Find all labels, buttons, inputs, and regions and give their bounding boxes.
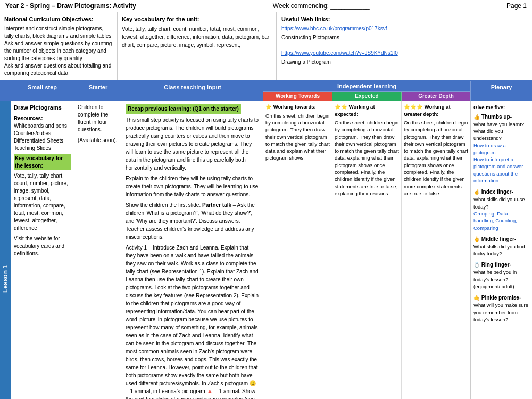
plenary-middle-q: What skills did you find tricky today? [473, 243, 529, 257]
vocab-title: Key vocabulary for the unit: [122, 15, 272, 23]
objectives-cell: National Curriculum Objectives: Interpre… [0, 12, 117, 80]
plenary-pinkie: 🤙 Pinkie promise- What will you make sur… [473, 294, 529, 323]
ch-small-step: Small step [11, 81, 74, 101]
independent-cols: ⭐ Working towards: On this sheet, childr… [263, 101, 470, 399]
exp-star: ⭐⭐ [335, 104, 347, 110]
expected-col: ⭐⭐ Working at expected: On this sheet, c… [332, 101, 402, 399]
key-vocab-text: Vote, tally, tally chart, count, number,… [14, 172, 71, 232]
greater-depth-col: ⭐⭐⭐ Working at Greater depth: On this sh… [402, 101, 470, 399]
header-week: Week commencing: ___________ [273, 2, 370, 10]
ch-expected: Expected [332, 92, 402, 101]
info-row: National Curriculum Objectives: Interpre… [0, 12, 532, 81]
resources-section: Resources: Whiteboards and pensCounters/… [14, 115, 71, 152]
header-page: Page 1 [506, 2, 527, 10]
lesson-number: Lesson 1 [2, 265, 9, 293]
web-link-1[interactable]: https://www.bbc.co.uk/programmes/p017ksv… [281, 25, 528, 32]
vocab-cell: Key vocabulary for the unit: Vote, tally… [117, 12, 277, 80]
plenary-thumbs-q: What have you learnt? What did you under… [473, 121, 529, 142]
working-towards-col: ⭐ Working towards: On this sheet, childr… [263, 101, 332, 399]
ch-starter: Starter [74, 81, 122, 101]
class-para1: This small step activity is focused on u… [126, 116, 260, 172]
plenary-middle-title: 🖕 Middle finger- [473, 236, 529, 243]
independent-cols-wrapper: ⭐ Working towards: On this sheet, childr… [263, 101, 471, 399]
class-para3: Show the children the first slide. Partn… [126, 201, 260, 241]
plenary-ring-q: What helped you in today's lesson? [473, 269, 529, 283]
resources-label: Resources: [14, 115, 43, 121]
wt-star: ⭐ [265, 104, 272, 110]
small-step-col: Draw Pictograms Resources: Whiteboards a… [11, 101, 74, 399]
wt-text: On this sheet, children begin by complet… [265, 112, 330, 162]
plenary-ring: 💍 Ring finger- What helped you in today'… [473, 261, 529, 290]
exp-text: On this sheet, children begin by complet… [335, 119, 399, 197]
ch-greater-depth: Greater Depth [402, 92, 470, 101]
plenary-index-q: What skills did you use today? [473, 196, 529, 210]
plenary-thumbs-links: How to draw a pictogram.How to interpret… [473, 142, 529, 185]
wt-title: Working towards: [273, 104, 316, 110]
weblinks-title: Useful Web links: [281, 15, 528, 23]
plenary-pinkie-q: What will you make sure you remember fro… [473, 302, 529, 323]
starter-col: Children to complete the fluent in four … [74, 101, 122, 399]
ch-plenary: Plenary [471, 81, 532, 101]
ch-class-teaching: Class teaching input [122, 81, 263, 101]
class-para4: Activity 1 – Introduce Zach and Leanna. … [126, 244, 260, 399]
plenary-intro: Give me five: [473, 104, 529, 111]
resources-text: Whiteboards and pensCounters/cubesDiffer… [14, 123, 67, 151]
weblinks-cell: Useful Web links: https://www.bbc.co.uk/… [277, 12, 532, 80]
web-link-2[interactable]: https://www.youtube.com/watch?v=JS9KYdNs… [281, 49, 528, 57]
objectives-title: National Curriculum Objectives: [4, 15, 112, 23]
main-content: Lesson 1 Draw Pictograms Resources: Whit… [0, 101, 532, 399]
ch-working-towards: Working Towards [263, 92, 332, 101]
header-title: Year 2 - Spring – Draw Pictograms: Activ… [5, 2, 136, 10]
web-link-2-desc: Drawing a Pictogram [281, 59, 331, 65]
plenary-index-skills: Grouping, Data handling, Counting, Compa… [473, 210, 529, 231]
header: Year 2 - Spring – Draw Pictograms: Activ… [0, 0, 532, 12]
draw-pictograms-title: Draw Pictograms [14, 104, 71, 112]
starter-text: Children to complete the fluent in four … [78, 104, 119, 134]
plenary-ring-title: 💍 Ring finger- [473, 261, 529, 269]
plenary-index-title: ☝ Index finger- [473, 188, 529, 196]
plenary-thumbs: 👍 Thumbs up- What have you learnt? What … [473, 113, 529, 185]
gd-text: On this sheet, children begin by complet… [404, 119, 468, 197]
class-para2: Explain to the children they will be usi… [126, 174, 260, 198]
plenary-index: ☝ Index finger- What skills did you use … [473, 188, 529, 231]
class-para3-start: Show the children the first slide. [126, 202, 202, 208]
visit-text: Visit the website for vocabulary cards a… [14, 235, 71, 257]
partner-talk: Partner talk [202, 202, 231, 208]
starter-note: (Available soon). [78, 137, 119, 144]
plenary-middle: 🖕 Middle finger- What skills did you fin… [473, 236, 529, 257]
lesson-sidebar: Lesson 1 [0, 101, 11, 399]
column-headers: Small step Starter Class teaching input … [0, 81, 532, 101]
gd-star: ⭐⭐⭐ [404, 104, 423, 110]
plenary-col: Give me five: 👍 Thumbs up- What have you… [471, 101, 532, 399]
vocab-text: Vote, tally, tally chart, count, number,… [122, 25, 272, 49]
key-vocab-highlight: Key vocabulary for the lesson: [14, 154, 71, 170]
ch-independent-wrapper: Independent learning Working Towards Exp… [263, 81, 471, 101]
plenary-pinkie-title: 🤙 Pinkie promise- [473, 294, 529, 302]
plenary-ring-note: (equipment/ adult) [473, 283, 529, 290]
objectives-text: Interpret and construct simple pictogram… [4, 25, 112, 77]
ch-independent: Independent learning [263, 81, 470, 92]
web-link-1-desc: Constructing Pictograms [281, 35, 339, 40]
recap-highlight: Recap previous learning: (Q1 on the star… [126, 104, 241, 114]
class-teaching-col: Recap previous learning: (Q1 on the star… [122, 101, 263, 399]
ch-independent-subs: Working Towards Expected Greater Depth [263, 92, 470, 101]
plenary-thumbs-title: 👍 Thumbs up- [473, 113, 529, 121]
